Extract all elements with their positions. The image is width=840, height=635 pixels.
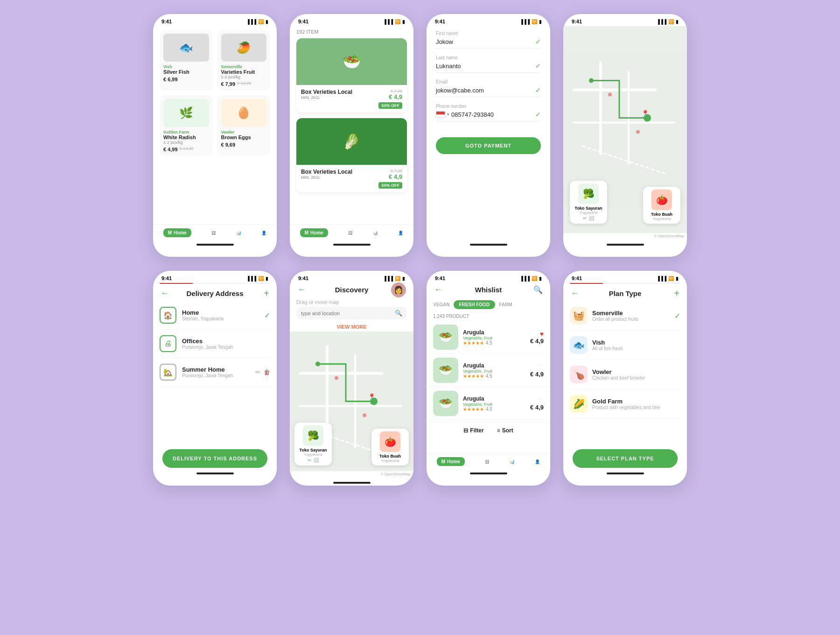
status-icons-8: ▐▐▐ 🛜 ▮ [657, 276, 679, 281]
product-card-radish[interactable]: 🌿 Golden Farm White Radish 1-2 pcs/kg € … [160, 95, 213, 156]
store-card-buah-6[interactable]: 🍅 Toko Buah Yogyakarta [371, 429, 409, 466]
tab-vegan[interactable]: VEGAN [433, 300, 450, 309]
nav-wishlist-2[interactable]: 🖼 [348, 231, 352, 235]
price-w-2: € 4,9 [530, 371, 544, 378]
disc-store-action-1[interactable]: ✂ [308, 458, 311, 463]
nav-profile-2[interactable]: 👤 [398, 231, 403, 235]
screen-boxes: 9:41 ▐▐▐ 🛜 ▮ 192 ITEM 🥗 Box Verieties Lo… [290, 14, 413, 257]
wish-item-1[interactable]: 🥗 Arugula Vegetable, Fruit ★★★★★ 4.5 ♥ €… [427, 321, 550, 354]
filter-icon: ⊟ [463, 427, 468, 434]
row-2: 9:41 ▐▐▐ 🛜 ▮ ← Delivery Address + 🏠 Home… [153, 271, 687, 486]
plan-somerville[interactable]: 🧺 Somerville Order all product fruits ✓ [570, 301, 680, 331]
heart-1[interactable]: ♥ [530, 330, 544, 338]
plan-content: 🧺 Somerville Order all product fruits ✓ … [563, 301, 687, 441]
search-box-6[interactable]: 🔍 [296, 307, 407, 319]
off-badge-1: 50% OFF [378, 102, 402, 109]
discovery-map[interactable]: 📍 🥦 Toko Sayuran Yogyakarta ✂ ⬜ 🍅 Toko B… [290, 332, 413, 471]
tab-farm[interactable]: FARM [499, 300, 512, 309]
check-home-addr: ✓ [264, 311, 270, 320]
store-img-sayuran-1: 🥦 [578, 183, 599, 204]
box-img-1: 🥗 [296, 38, 407, 85]
plan-gold-farm[interactable]: 🌽 Gold Farm Product with vegetables and … [570, 389, 680, 419]
time-7: 9:41 [435, 275, 445, 281]
product-card-fruit[interactable]: 🥭 Somerville Varieties Fruit 1-2 pcs/kg … [217, 30, 271, 91]
wish-right-2: ♡ € 4,9 [530, 363, 544, 378]
back-arrow-7[interactable]: ← [434, 285, 442, 295]
product-card-fish[interactable]: 🐟 Vish Silver Fish € 6,99 [160, 30, 213, 91]
nav-profile-1[interactable]: 👤 [261, 231, 266, 235]
nav-profile-7[interactable]: 👤 [535, 459, 540, 464]
rating-3: 4.5 [486, 407, 492, 412]
delete-addr-icon[interactable]: 🗑 [264, 368, 270, 376]
wish-item-3[interactable]: 🥗 Arugula Vegetable, Fruit ★★★★★ 4.5 ♡ €… [427, 387, 550, 420]
nav-home-1[interactable]: M Home [163, 228, 191, 237]
check-email: ✓ [535, 86, 541, 94]
add-address-button[interactable]: + [264, 288, 269, 299]
edit-addr-icon[interactable]: ✏ [255, 368, 261, 376]
wish-right-1: ♥ € 4,9 [530, 330, 544, 345]
nav-chart-7[interactable]: 📊 [510, 459, 515, 464]
delivery-to-address-button[interactable]: DELIVERY TO THIS ADDRESS [162, 449, 267, 468]
nav-wishlist-7[interactable]: 🖼 [485, 459, 489, 464]
filter-button[interactable]: ⊟ Filter [463, 427, 483, 434]
wish-cat-2: Vegetable, Fruit [463, 369, 525, 374]
battery-icon-6: ▮ [402, 276, 405, 281]
disc-store-action-2[interactable]: ⬜ [313, 458, 319, 463]
address-summer[interactable]: 🏡 Summer Home Purworejo, Jawa Tengah ✏ 🗑 [160, 358, 270, 387]
battery-icon-4: ▮ [676, 19, 679, 24]
name-eggs: Brown Eggs [221, 134, 267, 140]
plan-sub-somerville: Order all product fruits [592, 317, 638, 322]
item-count: 192 ITEM [296, 26, 407, 38]
nav-wishlist-1[interactable]: 🖼 [211, 231, 216, 235]
back-arrow-8[interactable]: ← [571, 289, 579, 298]
store-action-2[interactable]: ⬜ [588, 216, 594, 221]
store-card-sayuran-1[interactable]: 🥦 Toko Sayuran Yogyakarta ✂ ⬜ [570, 181, 607, 224]
select-plan-button[interactable]: SELECT PLAN TYPE [573, 449, 678, 468]
nav-chart-1[interactable]: 📊 [236, 231, 241, 235]
back-arrow-5[interactable]: ← [161, 289, 169, 298]
nav-home-7[interactable]: M Home [437, 457, 465, 466]
flag-chevron: ▾ [447, 112, 449, 117]
plan-vowler[interactable]: 🍗 Vowler Chicken and beef browler [570, 360, 680, 389]
search-icon-7[interactable]: 🔍 [533, 285, 543, 294]
addr-icon-home: 🏠 [160, 307, 176, 324]
battery-icon: ▮ [266, 19, 268, 24]
map-view-1[interactable]: 📍 🥦 Toko Sayuran Yogyakarta ✂ ⬜ 🍅 Toko B… [563, 26, 687, 233]
add-plan-button[interactable]: + [674, 288, 679, 299]
store-card-buah-1[interactable]: 🍅 Toko Buah Yogyakarta [643, 187, 680, 224]
home-indicator-1 [196, 244, 234, 246]
nav-home-2[interactable]: M Home [300, 228, 328, 237]
svg-point-6 [589, 78, 594, 83]
wish-item-2[interactable]: 🥗 Arugula Vegetable, Fruit ★★★★★ 4.5 ♡ €… [427, 354, 550, 387]
status-bar-6: 9:41 ▐▐▐ 🛜 ▮ [290, 271, 413, 283]
address-home[interactable]: 🏠 Home Sleman, Yogyakarta ✓ [160, 301, 270, 330]
addr-name-home: Home [182, 309, 224, 316]
store-action-1[interactable]: ✂ [583, 216, 587, 221]
signal-icon: ▐▐▐ [246, 19, 256, 24]
view-more-button[interactable]: VIEW MORE [290, 322, 413, 332]
price-w-3: € 4,9 [530, 404, 544, 411]
heart-2[interactable]: ♡ [530, 363, 544, 371]
chart-icon-2: 📊 [373, 231, 378, 235]
product-card-eggs[interactable]: 🥚 Vowler Brown Eggs € 9,69 [217, 95, 271, 156]
page-title-8: Plan Type [609, 289, 642, 297]
time-8: 9:41 [572, 275, 582, 281]
svg-text:📍: 📍 [641, 110, 650, 118]
back-arrow-6[interactable]: ← [297, 285, 306, 295]
box-old-1: € 7,38 [378, 89, 402, 93]
address-offices[interactable]: 🖨 Offices Purworejo, Jawa Tengah [160, 330, 270, 358]
box-card-2[interactable]: 🥬 Box Verieties Local MIN. 2KG € 7,38 € … [296, 118, 407, 192]
row-phone: ▾ 085747-293840 ✓ [436, 111, 541, 121]
search-input-6[interactable] [301, 310, 392, 316]
label-lastname: Last name [436, 55, 541, 60]
plan-vish[interactable]: 🐟 Vish All of fish fresh [570, 331, 680, 360]
goto-payment-button[interactable]: GOTO PAYMENT [436, 137, 541, 154]
box-card-1[interactable]: 🥗 Box Verieties Local MIN. 2KG € 7,38 € … [296, 38, 407, 113]
plan-icon-gold-farm: 🌽 [570, 395, 588, 413]
sort-button[interactable]: ≡ Sort [497, 427, 513, 434]
store-card-sayuran-6[interactable]: 🥦 Toko Sayuran Yogyakarta ✂ ⬜ [294, 423, 332, 466]
heart-3[interactable]: ♡ [530, 396, 544, 404]
nav-chart-2[interactable]: 📊 [373, 231, 378, 235]
tab-fresh-food[interactable]: FRESH FOOD [454, 300, 496, 309]
wish-info-3: Arugula Vegetable, Fruit ★★★★★ 4.5 [463, 395, 525, 412]
